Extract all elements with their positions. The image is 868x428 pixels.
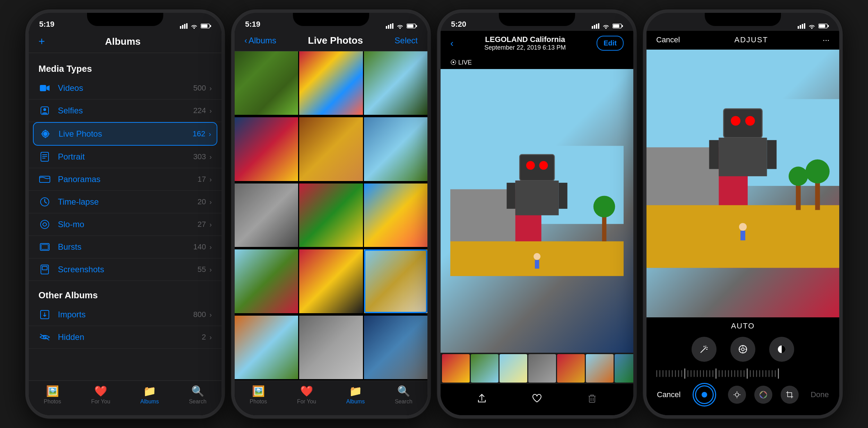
other-albums-header: Other Albums <box>29 286 222 303</box>
screenshots-count: 55 <box>198 265 206 274</box>
cancel-button[interactable]: Cancel <box>656 35 680 44</box>
tab-bar-2: 🖼️ Photos ❤️ For You 📁 Albums 🔍 Search <box>235 380 427 415</box>
filmstrip-thumb-4[interactable] <box>528 354 556 383</box>
svg-rect-55 <box>559 183 567 209</box>
album-row-slomo[interactable]: Slo-mo 27 › <box>29 213 222 236</box>
timelapse-icon <box>38 196 51 208</box>
done-button[interactable]: Done <box>810 390 829 399</box>
filmstrip-thumb-3[interactable] <box>500 354 527 383</box>
more-button[interactable]: ··· <box>823 35 830 45</box>
photo-cell-4[interactable] <box>235 117 298 181</box>
signal-icon-3 <box>592 23 599 29</box>
tick-7 <box>675 370 676 377</box>
svg-rect-68 <box>804 23 805 29</box>
photo-cell-6[interactable] <box>364 117 427 181</box>
tick-23 <box>725 370 726 377</box>
live-photo-mode-button[interactable] <box>693 383 716 406</box>
bursts-icon <box>38 241 51 253</box>
album-row-portrait[interactable]: Portrait 303 › <box>29 146 222 168</box>
bw-tool[interactable] <box>769 337 794 362</box>
tab-albums-1[interactable]: 📁 Albums <box>140 385 159 405</box>
videos-chevron: › <box>209 84 212 92</box>
phone-detail: 5:20 ‹ LEGOLAND California September 22,… <box>437 9 637 419</box>
share-button[interactable] <box>477 394 487 406</box>
phone-albums: 5:19 + Albums Media Types Videos 500 › <box>25 9 225 419</box>
tick-34 <box>759 370 760 377</box>
color-icon[interactable] <box>754 386 772 404</box>
live-dot <box>702 392 707 397</box>
filmstrip-thumb-7[interactable] <box>615 354 633 383</box>
album-row-timelapse[interactable]: Time-lapse 20 › <box>29 191 222 213</box>
crop-icon[interactable] <box>781 386 799 404</box>
photo-cell-11[interactable] <box>299 249 363 313</box>
photo-cell-3[interactable] <box>364 51 427 115</box>
photo-cell-12[interactable] <box>364 249 427 313</box>
tab-albums-2[interactable]: 📁 Albums <box>346 385 365 405</box>
photo-cell-13[interactable] <box>235 316 298 379</box>
filmstrip-thumb-5[interactable] <box>557 354 585 383</box>
photo-cell-14[interactable] <box>299 316 363 379</box>
back-to-albums[interactable]: ‹ Albums <box>244 36 276 45</box>
svg-rect-34 <box>386 26 387 29</box>
svg-rect-39 <box>407 25 414 28</box>
album-row-selfies[interactable]: Selfies 224 › <box>29 100 222 122</box>
delete-button[interactable] <box>587 394 597 406</box>
album-row-screenshots[interactable]: Screenshots 55 › <box>29 258 222 281</box>
album-row-hidden[interactable]: Hidden 2 › <box>29 326 222 349</box>
tick-1 <box>656 370 657 377</box>
slider-area[interactable] <box>646 367 839 380</box>
tab-search-1[interactable]: 🔍 Search <box>189 385 207 405</box>
foryou-tab-icon: ❤️ <box>94 385 107 397</box>
svg-point-11 <box>44 132 47 136</box>
cancel-edit-button[interactable]: Cancel <box>657 390 680 399</box>
photo-cell-8[interactable] <box>299 183 363 247</box>
album-row-bursts[interactable]: Bursts 140 › <box>29 236 222 258</box>
photo-cell-9[interactable] <box>364 183 427 247</box>
brightness-icon[interactable] <box>728 386 746 404</box>
svg-rect-36 <box>390 24 391 29</box>
tab-foryou-1[interactable]: ❤️ For You <box>91 385 110 405</box>
photo-cell-1[interactable] <box>235 51 298 115</box>
photo-cell-10[interactable] <box>235 249 298 313</box>
svg-point-87 <box>789 166 808 186</box>
album-row-imports[interactable]: Imports 800 › <box>29 303 222 326</box>
svg-rect-66 <box>800 25 801 29</box>
tick-5 <box>669 370 670 377</box>
dial-tool[interactable] <box>730 337 755 362</box>
svg-line-24 <box>45 202 47 203</box>
photo-cell-2[interactable] <box>299 51 363 115</box>
photo-cell-5[interactable] <box>299 117 363 181</box>
magic-wand-tool[interactable] <box>692 337 717 362</box>
foryou-tab-label: For You <box>91 399 110 405</box>
add-button[interactable]: + <box>38 35 45 48</box>
hidden-chevron: › <box>209 333 212 341</box>
hidden-icon <box>38 331 51 343</box>
svg-rect-59 <box>535 260 539 268</box>
edit-screen: Cancel ADJUST ··· <box>646 31 839 415</box>
svg-rect-41 <box>592 26 593 29</box>
filmstrip-thumb-6[interactable] <box>586 354 614 383</box>
photo-cell-7[interactable] <box>235 183 298 247</box>
albums-title: Albums <box>45 36 201 47</box>
photo-cell-15[interactable] <box>364 316 427 379</box>
album-row-live-photos[interactable]: Live Photos 162 › <box>33 122 217 146</box>
select-button[interactable]: Select <box>394 36 418 45</box>
svg-rect-44 <box>598 23 599 29</box>
tab-search-2[interactable]: 🔍 Search <box>395 385 413 405</box>
detail-photo <box>441 69 633 353</box>
filmstrip-thumb-2[interactable] <box>471 354 498 383</box>
back-button-detail[interactable]: ‹ <box>450 38 453 49</box>
tab-photos-1[interactable]: 🖼️ Photos <box>44 385 61 405</box>
detail-toolbar <box>441 384 633 415</box>
filmstrip-thumb-1[interactable] <box>442 354 470 383</box>
album-row-panoramas[interactable]: Panoramas 17 › <box>29 168 222 191</box>
tab-photos-2[interactable]: 🖼️ Photos <box>250 385 267 405</box>
album-row-videos[interactable]: Videos 500 › <box>29 77 222 100</box>
svg-point-85 <box>806 160 830 184</box>
tab-foryou-2[interactable]: ❤️ For You <box>297 385 316 405</box>
favorite-button[interactable] <box>532 394 542 406</box>
svg-point-25 <box>41 220 49 229</box>
svg-rect-40 <box>416 25 417 27</box>
edit-button[interactable]: Edit <box>597 36 624 51</box>
panoramas-chevron: › <box>209 176 212 183</box>
